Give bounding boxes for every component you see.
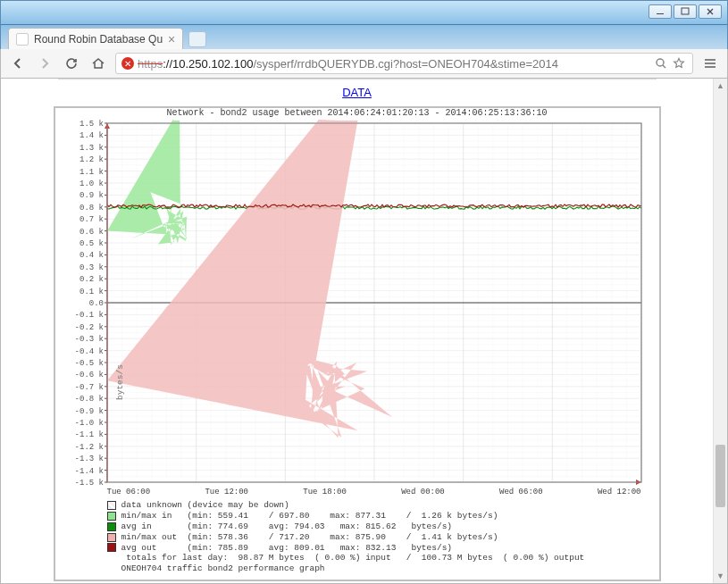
svg-text:0.6 k: 0.6 k bbox=[79, 228, 103, 237]
zoom-icon[interactable] bbox=[653, 55, 669, 71]
browser-tab[interactable]: Round Robin Database Qu × bbox=[8, 28, 183, 49]
svg-text:-1.2 k: -1.2 k bbox=[74, 443, 103, 452]
legend-data-unknown: data unknown (device may be down) bbox=[107, 500, 652, 511]
svg-text:-0.5 k: -0.5 k bbox=[74, 359, 103, 368]
svg-text:0.3 k: 0.3 k bbox=[79, 263, 103, 272]
page-viewport: bytes/s DATA Network - bond2 usage betwe… bbox=[0, 79, 728, 584]
svg-text:1.3 k: 1.3 k bbox=[79, 144, 103, 153]
svg-rect-0 bbox=[682, 8, 689, 14]
svg-text:0.0: 0.0 bbox=[88, 299, 103, 308]
tab-strip: Round Robin Database Qu × bbox=[0, 25, 728, 49]
scroll-down-arrow[interactable]: ▼ bbox=[714, 569, 727, 583]
svg-text:0.5 k: 0.5 k bbox=[79, 239, 103, 248]
menu-button[interactable] bbox=[700, 54, 720, 73]
svg-text:-0.6 k: -0.6 k bbox=[74, 371, 103, 380]
forward-button[interactable] bbox=[35, 54, 54, 73]
svg-text:-0.3 k: -0.3 k bbox=[74, 335, 103, 344]
svg-text:0.8 k: 0.8 k bbox=[79, 204, 103, 213]
chart-title: Network - bond2 usage between 2014:06:24… bbox=[63, 108, 652, 118]
tab-favicon bbox=[16, 33, 29, 46]
svg-text:-0.9 k: -0.9 k bbox=[74, 407, 103, 416]
back-button[interactable] bbox=[8, 54, 28, 73]
svg-text:0.2 k: 0.2 k bbox=[79, 275, 103, 284]
svg-text:1.2 k: 1.2 k bbox=[79, 155, 103, 164]
svg-text:1.5 k: 1.5 k bbox=[79, 120, 103, 129]
x-axis-labels: Tue 06:00Tue 12:00Tue 18:00Wed 00:00Wed … bbox=[63, 488, 652, 496]
svg-text:-0.7 k: -0.7 k bbox=[74, 383, 103, 392]
bookmark-star-icon[interactable] bbox=[671, 55, 687, 71]
svg-point-1 bbox=[657, 59, 664, 66]
window-titlebar bbox=[0, 0, 728, 25]
home-button[interactable] bbox=[88, 54, 108, 73]
legend-min-max-out: min/max out (min: 578.36 / 717.20 max: 8… bbox=[107, 532, 652, 543]
svg-text:-1.1 k: -1.1 k bbox=[74, 430, 103, 439]
scroll-thumb[interactable] bbox=[715, 445, 725, 507]
legend-block: data unknown (device may be down) min/ma… bbox=[63, 496, 652, 574]
y-axis-label: bytes/s bbox=[115, 364, 125, 400]
svg-text:-0.8 k: -0.8 k bbox=[74, 395, 103, 404]
scroll-up-arrow[interactable]: ▲ bbox=[714, 79, 727, 93]
data-link[interactable]: DATA bbox=[1, 86, 713, 99]
network-chart: 1.5 k1.4 k1.3 k1.2 k1.1 k1.0 k0.9 k0.8 k… bbox=[63, 120, 652, 486]
address-bar[interactable]: ✕ https://10.250.102.100/sysperf/rrdbQUE… bbox=[115, 53, 693, 74]
legend-footer: ONEOH704 traffic bond2 performance graph bbox=[107, 563, 652, 574]
svg-text:-1.5 k: -1.5 k bbox=[74, 479, 103, 486]
window-maximize-button[interactable] bbox=[674, 4, 697, 19]
svg-text:1.1 k: 1.1 k bbox=[79, 168, 103, 177]
https-error-icon: ✕ bbox=[121, 57, 134, 70]
vertical-scrollbar[interactable]: ▲ ▼ bbox=[713, 79, 727, 583]
svg-text:-0.2 k: -0.2 k bbox=[74, 323, 103, 332]
svg-text:-1.4 k: -1.4 k bbox=[74, 467, 103, 476]
svg-text:0.1 k: 0.1 k bbox=[79, 288, 103, 296]
svg-text:0.9 k: 0.9 k bbox=[79, 191, 103, 200]
graph-card: Network - bond2 usage between 2014:06:24… bbox=[54, 106, 661, 581]
legend-totals: totals for last day: 98.87 M bytes ( 0.0… bbox=[107, 553, 652, 563]
svg-text:-1.3 k: -1.3 k bbox=[74, 455, 103, 463]
new-tab-button[interactable] bbox=[188, 31, 206, 47]
tab-title: Round Robin Database Qu bbox=[34, 33, 163, 46]
svg-text:-0.1 k: -0.1 k bbox=[74, 311, 103, 320]
svg-text:-0.4 k: -0.4 k bbox=[74, 347, 103, 356]
svg-text:1.0 k: 1.0 k bbox=[79, 179, 103, 188]
svg-text:1.4 k: 1.4 k bbox=[79, 131, 103, 140]
tab-close-icon[interactable]: × bbox=[168, 33, 175, 46]
reload-button[interactable] bbox=[62, 54, 81, 73]
svg-text:0.7 k: 0.7 k bbox=[79, 215, 103, 224]
window-close-button[interactable] bbox=[699, 4, 722, 19]
top-rule bbox=[58, 79, 657, 80]
browser-toolbar: ✕ https://10.250.102.100/sysperf/rrdbQUE… bbox=[0, 49, 728, 79]
svg-text:-1.0 k: -1.0 k bbox=[74, 419, 103, 428]
legend-avg-in: avg in (min: 774.69 avg: 794.03 max: 815… bbox=[107, 521, 652, 532]
window-minimize-button[interactable] bbox=[649, 4, 672, 19]
url-text: https://10.250.102.100/sysperf/rrdbQUERY… bbox=[138, 57, 651, 71]
svg-text:0.4 k: 0.4 k bbox=[79, 251, 103, 260]
legend-min-max-in: min/max in (min: 559.41 / 697.80 max: 87… bbox=[107, 511, 652, 521]
legend-avg-out: avg out (min: 785.89 avg: 809.01 max: 83… bbox=[107, 543, 652, 554]
